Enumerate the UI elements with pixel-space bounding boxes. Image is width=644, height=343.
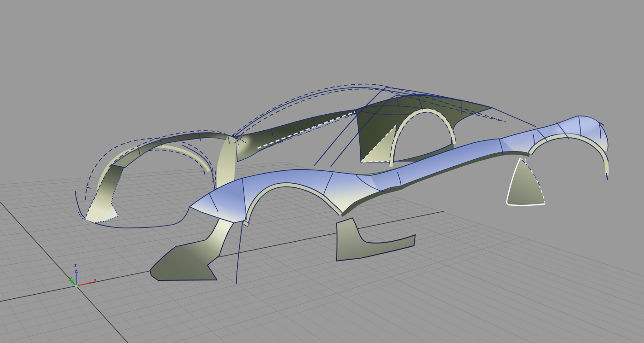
svg-text:y: y (69, 276, 72, 281)
svg-text:x: x (94, 278, 97, 283)
svg-text:z: z (75, 263, 77, 268)
